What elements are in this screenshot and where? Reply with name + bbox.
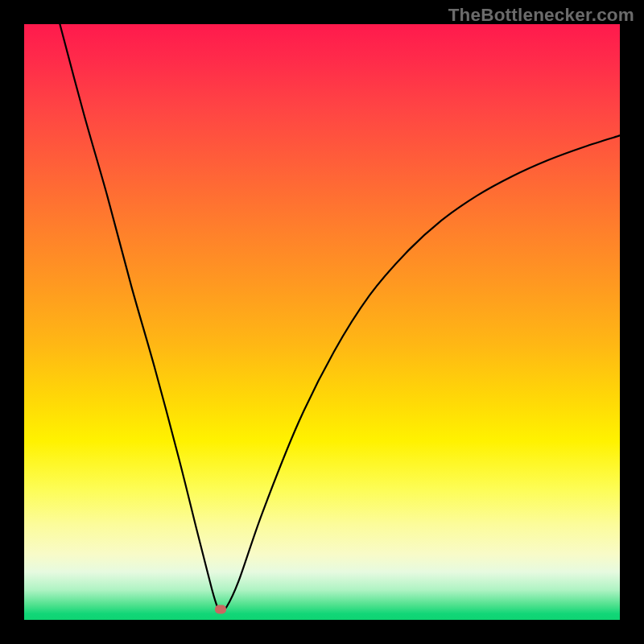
curve-svg <box>24 24 620 620</box>
bottleneck-curve-path <box>60 24 620 611</box>
chart-frame: TheBottlenecker.com <box>0 0 644 644</box>
watermark-text: TheBottlenecker.com <box>448 5 634 26</box>
optimal-point-marker <box>215 605 226 613</box>
plot-area <box>24 24 620 620</box>
